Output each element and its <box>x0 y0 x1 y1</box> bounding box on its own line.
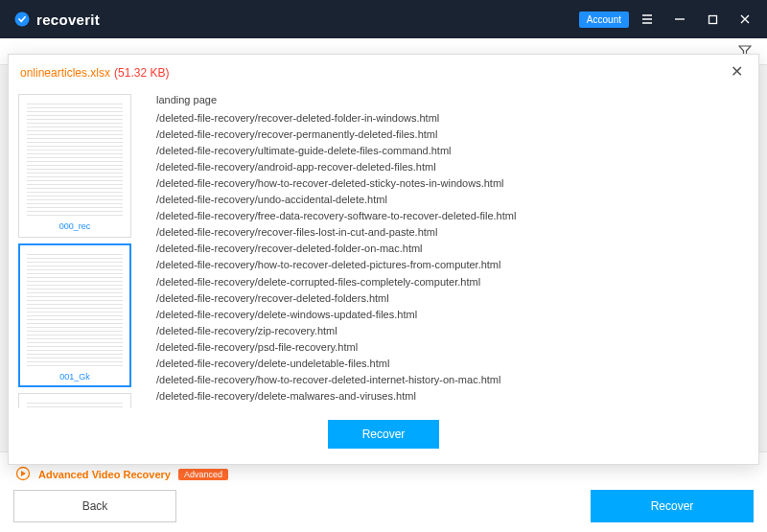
maximize-icon[interactable] <box>698 6 727 33</box>
preview-line: /deleted-file-recovery/how-to-recover-de… <box>156 372 737 388</box>
menu-icon[interactable] <box>633 6 662 33</box>
thumbnail-panel: 000_rec 001_Gk <box>9 86 143 408</box>
close-icon[interactable] <box>731 6 759 33</box>
thumbnail-label: 000_rec <box>59 221 91 231</box>
account-button[interactable]: Account <box>579 12 629 28</box>
preview-line: /deleted-file-recovery/recover-permanent… <box>156 127 737 143</box>
preview-line: /deleted-file-recovery/ultimate-guide-de… <box>156 143 737 159</box>
thumbnail-preview <box>27 101 123 218</box>
video-recovery-icon <box>15 466 31 483</box>
preview-line: /deleted-file-recovery/how-to-recover-de… <box>156 175 737 192</box>
recover-button[interactable]: Recover <box>328 420 440 449</box>
preview-line: /deleted-file-recovery/recover-deleted-f… <box>156 241 737 257</box>
preview-line: /deleted-file-recovery/recover-deleted-f… <box>156 110 737 127</box>
advanced-badge: Advanced <box>178 469 228 480</box>
app-logo: recoverit <box>13 11 100 28</box>
preview-line: /deleted-file-recovery/how-to-recover-de… <box>156 257 737 273</box>
preview-line: /deleted-file-recovery/free-data-recover… <box>156 208 737 224</box>
titlebar: recoverit Account <box>0 0 767 38</box>
recoverit-logo-icon <box>13 11 31 28</box>
preview-line: /deleted-file-recovery/undo-accidental-d… <box>156 192 737 208</box>
preview-filename: onlinearticles.xlsx <box>20 66 110 80</box>
preview-line: /deleted-file-recovery/delete-undeletabl… <box>156 356 737 372</box>
thumbnail-preview <box>27 400 123 408</box>
preview-line: /deleted-file-recovery/psd-file-recovery… <box>156 339 737 356</box>
preview-line: /deleted-file-recovery/recover-files-los… <box>156 224 737 241</box>
preview-line: /deleted-file-recovery/delete-windows-up… <box>156 307 737 323</box>
preview-line: /deleted-file-recovery/delete-malwares-a… <box>156 388 737 405</box>
preview-filesize: (51.32 KB) <box>114 66 169 80</box>
thumbnail-label: 001_Gk <box>59 372 90 382</box>
preview-line: /deleted-file-recovery/delete-corrupted-… <box>156 274 737 290</box>
thumbnail[interactable]: 001_Gk <box>18 243 131 387</box>
advanced-label: Advanced Video Recovery <box>38 469 171 480</box>
thumbnail-preview <box>27 251 123 368</box>
preview-content: landing page /deleted-file-recovery/reco… <box>143 86 758 408</box>
preview-heading: landing page <box>156 92 737 108</box>
minimize-icon[interactable] <box>665 6 694 33</box>
preview-line: /deleted-file-recovery/zip-recovery.html <box>156 323 737 339</box>
app-name: recoverit <box>36 12 100 28</box>
svg-rect-1 <box>709 15 716 23</box>
thumbnail[interactable]: 000_rec <box>18 94 131 238</box>
preview-modal: onlinearticles.xlsx (51.32 KB) ✕ 000_rec… <box>8 54 759 465</box>
preview-line: /deleted-file-recovery/android-app-recov… <box>156 159 737 175</box>
preview-line: /deleted-file-recovery/recover-deleted-f… <box>156 290 737 307</box>
back-button[interactable]: Back <box>13 490 176 522</box>
advanced-video-recovery[interactable]: Advanced Video Recovery Advanced <box>15 466 228 483</box>
svg-point-0 <box>15 12 30 27</box>
close-icon[interactable]: ✕ <box>727 62 747 81</box>
thumbnail[interactable] <box>18 393 131 408</box>
recover-button-main[interactable]: Recover <box>591 490 754 522</box>
modal-header: onlinearticles.xlsx (51.32 KB) ✕ <box>9 55 758 86</box>
